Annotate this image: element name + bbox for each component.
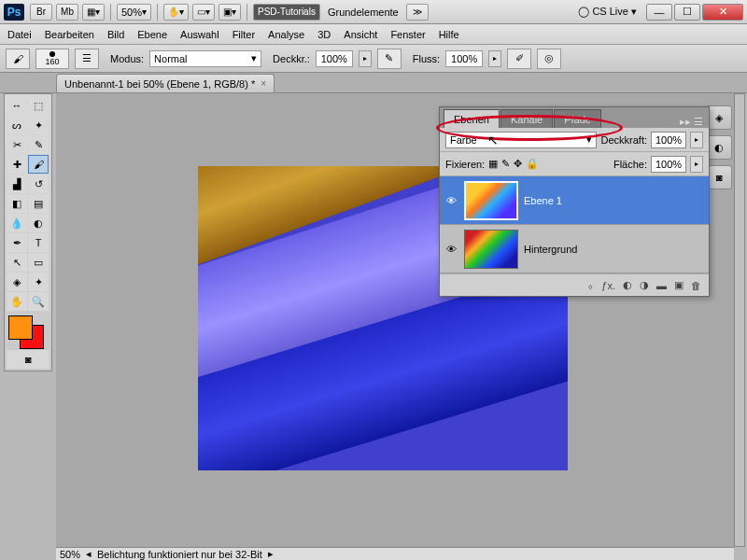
brush-tool[interactable]: 🖌 [28, 155, 49, 174]
blend-mode-select[interactable]: Normal [149, 50, 261, 67]
mask-icon[interactable]: ◐ [623, 279, 632, 291]
tab-ebenen[interactable]: Ebenen [444, 109, 500, 128]
eraser-tool[interactable]: ◧ [7, 194, 27, 213]
type-tool[interactable]: T [28, 233, 49, 252]
opacity-input[interactable]: 100% [316, 50, 353, 67]
document-tabs: Unbenannt-1 bei 50% (Ebene 1, RGB/8) * × [0, 73, 747, 93]
3d-tool[interactable]: ◈ [7, 273, 27, 291]
deckkraft-input[interactable]: 100% [651, 132, 686, 148]
hand-button[interactable]: ✋▾ [163, 4, 189, 21]
layer-thumb[interactable] [464, 181, 518, 220]
fx-icon[interactable]: ƒx. [601, 280, 615, 291]
cslive-indicator[interactable]: ◯ CS Live ▾ [578, 6, 637, 18]
close-button[interactable]: ✕ [702, 4, 743, 21]
workspace-more[interactable]: ≫ [406, 4, 429, 21]
maximize-button[interactable]: ☐ [674, 4, 700, 21]
dodge-tool[interactable]: ◐ [28, 214, 49, 232]
stamp-tool[interactable]: ▟ [7, 175, 27, 193]
dock-mask-icon[interactable]: ◙ [706, 165, 732, 189]
adjustment-icon[interactable]: ◑ [640, 279, 649, 291]
bridge-button[interactable]: Br [30, 4, 52, 21]
layer-row[interactable]: 👁 Hintergrund [440, 225, 709, 273]
layer-name[interactable]: Ebene 1 [524, 195, 562, 206]
trash-icon[interactable]: 🗑 [691, 280, 701, 291]
tab-pfade[interactable]: Pfade [554, 109, 601, 128]
lock-move-icon[interactable]: ✥ [514, 158, 522, 170]
flaeche-input[interactable]: 100% [651, 156, 686, 173]
layer-blend-select[interactable]: Farbe [445, 132, 597, 148]
menu-3d[interactable]: 3D [317, 29, 331, 40]
flow-input[interactable]: 100% [445, 50, 483, 67]
dock-strip[interactable] [734, 93, 745, 547]
layer-thumb[interactable] [464, 230, 518, 269]
app-icon: Ps [4, 4, 24, 21]
wand-tool[interactable]: ✦ [28, 116, 49, 134]
eyedropper-tool[interactable]: ✎ [28, 135, 49, 154]
lasso-tool[interactable]: ᔕ [7, 116, 27, 134]
panel-menu-icon[interactable]: ▸▸ ☰ [674, 116, 709, 128]
minibridge-button[interactable]: Mb [56, 4, 78, 21]
workspace-grundelemente[interactable]: Grundelemente [328, 7, 399, 18]
layer-row[interactable]: 👁 Ebene 1 [440, 176, 709, 225]
layer-name[interactable]: Hintergrund [524, 244, 577, 255]
tablet-size-icon[interactable]: ◎ [537, 49, 561, 69]
gradient-tool[interactable]: ▤ [28, 194, 49, 213]
title-bar: Ps Br Mb ▦▾ 50% ▾ ✋▾ ▭▾ ▣▾ PSD-Tutorials… [0, 0, 747, 24]
link-layers-icon[interactable]: ⬨ [587, 280, 594, 291]
move-tool[interactable]: ↔ [7, 96, 27, 115]
brush-panel-toggle[interactable]: ☰ [75, 49, 99, 69]
airbrush-icon[interactable]: ✐ [507, 49, 531, 69]
menu-analyse[interactable]: Analyse [268, 29, 304, 40]
view-extras-button[interactable]: ▦▾ [82, 4, 105, 21]
group-icon[interactable]: ▬ [656, 280, 667, 291]
menu-ebene[interactable]: Ebene [137, 29, 167, 40]
layers-panel: Ebenen Kanäle Pfade ▸▸ ☰ Farbe Deckkraft… [439, 106, 710, 297]
dock-adjust-icon[interactable]: ◐ [706, 135, 732, 160]
deckkraft-arrow[interactable]: ▸ [690, 132, 703, 148]
workspace-psd-tutorials[interactable]: PSD-Tutorials [253, 4, 320, 21]
heal-tool[interactable]: ✚ [7, 155, 27, 174]
minimize-button[interactable]: — [646, 4, 672, 21]
document-tab[interactable]: Unbenannt-1 bei 50% (Ebene 1, RGB/8) * × [56, 74, 275, 92]
flaeche-arrow[interactable]: ▸ [690, 156, 703, 173]
new-layer-icon[interactable]: ▣ [674, 279, 684, 291]
color-swatches[interactable] [7, 315, 49, 349]
menu-bild[interactable]: Bild [107, 29, 124, 40]
screenmode-button[interactable]: ▣▾ [218, 4, 241, 21]
marquee-tool[interactable]: ⬚ [28, 96, 49, 115]
lock-paint-icon[interactable]: ✎ [501, 158, 510, 170]
arrange-button[interactable]: ▭▾ [192, 4, 215, 21]
menu-filter[interactable]: Filter [233, 29, 255, 40]
menu-datei[interactable]: Datei [7, 29, 32, 40]
visibility-icon[interactable]: 👁 [444, 193, 458, 208]
opacity-arrow[interactable]: ▸ [359, 50, 372, 67]
shape-tool[interactable]: ▭ [28, 253, 49, 272]
menu-hilfe[interactable]: Hilfe [439, 29, 459, 40]
zoom-tool[interactable]: 🔍 [28, 292, 49, 311]
dock-layers-icon[interactable]: ◈ [706, 105, 732, 130]
menu-fenster[interactable]: Fenster [390, 29, 425, 40]
menu-bearbeiten[interactable]: Bearbeiten [45, 29, 94, 40]
tool-preset-icon[interactable]: 🖌 [6, 49, 30, 69]
crop-tool[interactable]: ✂ [7, 135, 27, 154]
close-doc-icon[interactable]: × [261, 78, 266, 89]
zoom-level-select[interactable]: 50% ▾ [117, 4, 151, 21]
quickmask-tool[interactable]: ◙ [7, 350, 49, 369]
hand-tool[interactable]: ✋ [7, 292, 27, 311]
dock-icons: ◈ ◐ ◙ [706, 105, 734, 189]
lock-trans-icon[interactable]: ▦ [488, 158, 498, 170]
menu-auswahl[interactable]: Auswahl [180, 29, 219, 40]
pen-tool[interactable]: ✒ [7, 233, 27, 252]
history-brush-tool[interactable]: ↺ [28, 175, 49, 193]
menu-ansicht[interactable]: Ansicht [344, 29, 377, 40]
brush-preview[interactable]: 160 [35, 49, 69, 69]
tab-kanaele[interactable]: Kanäle [500, 109, 553, 128]
status-zoom[interactable]: 50% [60, 549, 80, 560]
lock-all-icon[interactable]: 🔒 [526, 158, 539, 170]
3d-cam-tool[interactable]: ✦ [28, 273, 49, 291]
path-tool[interactable]: ↖ [7, 253, 27, 272]
flow-arrow[interactable]: ▸ [488, 50, 501, 67]
tablet-opacity-icon[interactable]: ✎ [377, 49, 402, 69]
blur-tool[interactable]: 💧 [7, 214, 27, 232]
visibility-icon[interactable]: 👁 [444, 242, 458, 257]
